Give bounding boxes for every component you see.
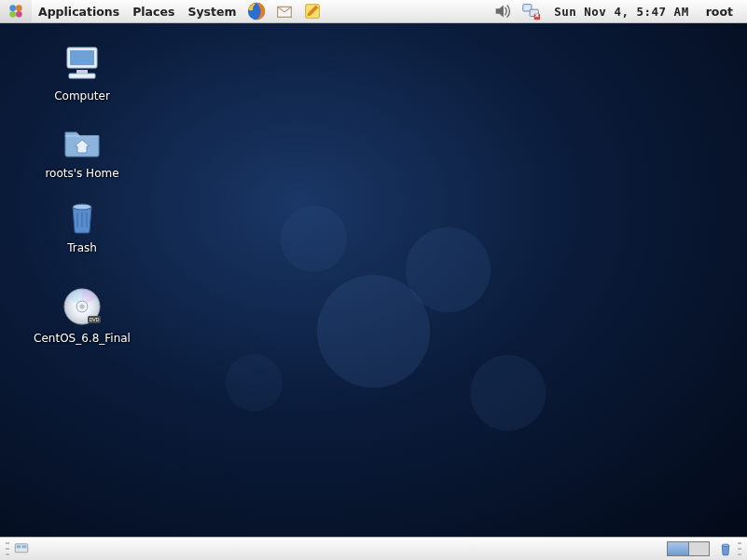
mail-icon — [274, 1, 295, 21]
clock[interactable]: Sun Nov 4, 5:47 AM — [545, 0, 698, 22]
svg-rect-21 — [22, 545, 27, 548]
desktop-icon-trash[interactable]: Trash — [26, 194, 138, 254]
bottom-panel — [0, 537, 747, 560]
computer-icon — [60, 42, 104, 87]
firefox-icon — [246, 1, 267, 21]
svg-rect-8 — [534, 14, 540, 20]
home-folder-icon — [60, 119, 104, 164]
svg-point-13 — [73, 204, 91, 210]
desktop[interactable]: Computer roots's Home Trash DVD CentOS_6… — [0, 23, 747, 537]
panel-trash-button[interactable] — [715, 539, 736, 559]
svg-rect-11 — [76, 70, 88, 74]
applications-menu[interactable]: Applications — [32, 0, 126, 22]
svg-text:DVD: DVD — [90, 317, 100, 322]
dvd-icon: DVD — [60, 284, 104, 329]
icon-label: CentOS_6.8_Final — [34, 332, 131, 345]
note-icon — [302, 1, 323, 21]
volume-icon — [492, 1, 513, 21]
network-applet[interactable] — [517, 0, 545, 22]
distro-logo-icon[interactable] — [0, 0, 32, 22]
svg-rect-20 — [17, 545, 21, 548]
svg-rect-12 — [69, 74, 95, 78]
desktop-icon-dvd[interactable]: DVD CentOS_6.8_Final — [26, 284, 138, 345]
trash-icon — [60, 194, 104, 239]
svg-point-2 — [9, 11, 16, 18]
panel-grip-icon[interactable] — [6, 540, 9, 557]
mail-launcher[interactable] — [270, 0, 298, 22]
svg-point-1 — [16, 5, 22, 11]
svg-point-22 — [722, 544, 729, 546]
places-menu[interactable]: Places — [126, 0, 181, 22]
icon-label: Trash — [67, 241, 97, 254]
icon-label: roots's Home — [45, 167, 118, 180]
svg-point-16 — [80, 305, 85, 309]
show-desktop-button[interactable] — [11, 539, 32, 559]
firefox-launcher[interactable] — [242, 0, 270, 22]
top-panel: Applications Places System — [0, 0, 747, 23]
desktop-icon-home[interactable]: roots's Home — [26, 119, 138, 180]
desktop-icon-computer[interactable]: Computer — [26, 42, 138, 102]
panel-grip-icon[interactable] — [738, 540, 741, 557]
svg-rect-10 — [70, 50, 94, 65]
svg-point-3 — [16, 11, 22, 18]
network-icon — [520, 1, 541, 21]
note-launcher[interactable] — [298, 0, 326, 22]
workspace-1[interactable] — [668, 542, 688, 555]
svg-point-0 — [9, 5, 16, 11]
volume-applet[interactable] — [489, 0, 517, 22]
workspace-2[interactable] — [688, 542, 709, 555]
icon-label: Computer — [54, 89, 110, 102]
workspace-switcher[interactable] — [667, 541, 710, 556]
system-menu[interactable]: System — [181, 0, 242, 22]
user-menu[interactable]: root — [699, 0, 740, 22]
